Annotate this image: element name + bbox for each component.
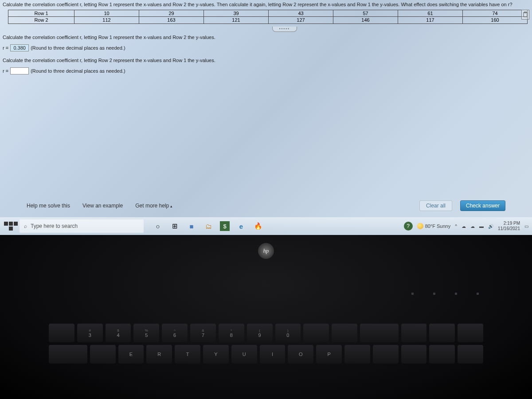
search-placeholder: Type here to search [31, 223, 78, 229]
key [429, 324, 455, 342]
time-text: 2:19 PM [498, 221, 520, 226]
key: O [288, 345, 313, 364]
help-icon[interactable]: ? [404, 222, 413, 231]
view-example-link[interactable]: View an example [82, 203, 123, 209]
data-cell: 61 [398, 10, 463, 17]
check-answer-button[interactable]: Check answer [460, 200, 505, 211]
key: #3 [77, 324, 103, 342]
get-more-help-dropdown[interactable]: Get more help [135, 203, 172, 209]
data-cell: 163 [139, 17, 204, 24]
tray-caret-icon[interactable]: ^ [455, 224, 457, 229]
taskview-icon[interactable]: ⊞ [169, 221, 180, 231]
help-bar: Help me solve this View an example Get m… [0, 198, 532, 214]
data-cell: 10 [74, 10, 139, 17]
data-cell: 39 [204, 10, 269, 17]
key [401, 324, 427, 342]
key [49, 324, 74, 342]
key [458, 324, 483, 342]
answer-input-2[interactable] [10, 67, 29, 74]
key: T [175, 345, 200, 364]
taskbar-clock[interactable]: 2:19 PM 11/16/2021 [498, 221, 520, 231]
date-text: 11/16/2021 [498, 226, 520, 231]
key: *8 [219, 324, 244, 342]
data-cell: 112 [74, 17, 139, 24]
laptop-indicators [411, 293, 479, 295]
rounding-note: (Round to three decimal places as needed… [31, 45, 125, 51]
data-cell: 43 [269, 10, 333, 17]
key [90, 345, 116, 364]
key: (9 [247, 324, 273, 342]
key [344, 345, 370, 364]
firefox-icon[interactable]: 🔥 [253, 221, 263, 231]
weather-widget[interactable]: 80°F Sunny [417, 223, 451, 229]
key: $4 [106, 324, 131, 342]
hp-logo: hp [258, 243, 274, 259]
key: %5 [133, 324, 159, 342]
onedrive-icon[interactable]: ☁ [470, 224, 475, 229]
key: Y [203, 345, 229, 364]
data-cell: 74 [463, 10, 528, 17]
data-cell: 121 [204, 17, 269, 24]
expand-tab[interactable]: ▪▪▪▪▪ [272, 27, 297, 32]
key: E [118, 345, 144, 364]
data-table: Row 1 10 29 39 43 57 61 74 Row 2 112 163… [8, 10, 528, 24]
taskbar-app-icon[interactable]: $ [220, 221, 230, 231]
keyboard: #3 $4 %5 ^6 &7 *8 (9 )0 E R T Y U I O P [49, 324, 483, 399]
key [373, 345, 399, 364]
clear-all-button[interactable]: Clear all [419, 200, 452, 211]
start-button[interactable] [4, 220, 18, 232]
key: I [260, 345, 286, 364]
part1-instruction: Calculate the correlation coefficient r,… [3, 35, 529, 40]
key [49, 345, 87, 364]
battery-icon[interactable]: ▬ [479, 224, 484, 229]
data-cell: 127 [269, 17, 333, 24]
notifications-icon[interactable]: ▭ [524, 224, 528, 229]
data-cell: 146 [333, 17, 398, 24]
edge-icon[interactable]: e [236, 221, 246, 231]
sun-icon [417, 223, 423, 229]
taskbar-search[interactable]: ⌕ Type here to search [20, 219, 144, 233]
key [401, 345, 427, 364]
key [303, 324, 329, 342]
weather-text: 80°F Sunny [425, 223, 451, 229]
search-icon: ⌕ [24, 223, 27, 229]
table-row: Row 1 10 29 39 43 57 61 74 [8, 10, 528, 17]
data-cell: 160 [463, 17, 528, 24]
part2-instruction: Calculate the correlation coefficient r,… [3, 58, 529, 63]
laptop-body: hp #3 $4 %5 ^6 &7 *8 (9 )0 E R T Y [0, 235, 532, 399]
key: U [231, 345, 257, 364]
r-equals-label: r = [3, 45, 8, 51]
key [332, 324, 357, 342]
taskbar-app-icon[interactable]: 🗂 [203, 221, 214, 231]
onedrive-icon[interactable]: ☁ [462, 224, 466, 229]
r-equals-label: r = [3, 68, 8, 74]
key [360, 324, 399, 342]
row-label-1: Row 1 [8, 10, 74, 17]
copy-data-button[interactable] [521, 10, 529, 20]
key [429, 345, 455, 364]
key [458, 345, 483, 364]
cortana-icon[interactable]: ○ [153, 221, 163, 231]
row-label-2: Row 2 [8, 17, 74, 24]
taskbar-app-icon[interactable]: ■ [186, 221, 197, 231]
rounding-note: (Round to three decimal places as needed… [31, 68, 125, 74]
key: &7 [190, 324, 216, 342]
key: ^6 [162, 324, 188, 342]
data-cell: 117 [398, 17, 463, 24]
key: P [316, 345, 342, 364]
data-cell: 29 [139, 10, 204, 17]
key: )0 [275, 324, 301, 342]
volume-icon[interactable]: 🔊 [488, 224, 493, 229]
data-cell: 57 [333, 10, 398, 17]
help-me-solve-link[interactable]: Help me solve this [27, 203, 70, 209]
table-row: Row 2 112 163 121 127 146 117 160 [8, 17, 528, 24]
question-prompt: Calculate the correlation coefficient r,… [0, 0, 532, 10]
key: R [146, 345, 172, 364]
windows-taskbar: ⌕ Type here to search ○ ⊞ ■ 🗂 $ e 🔥 ? 80… [0, 217, 532, 235]
answer-input-1[interactable]: 0.380 [10, 44, 29, 51]
